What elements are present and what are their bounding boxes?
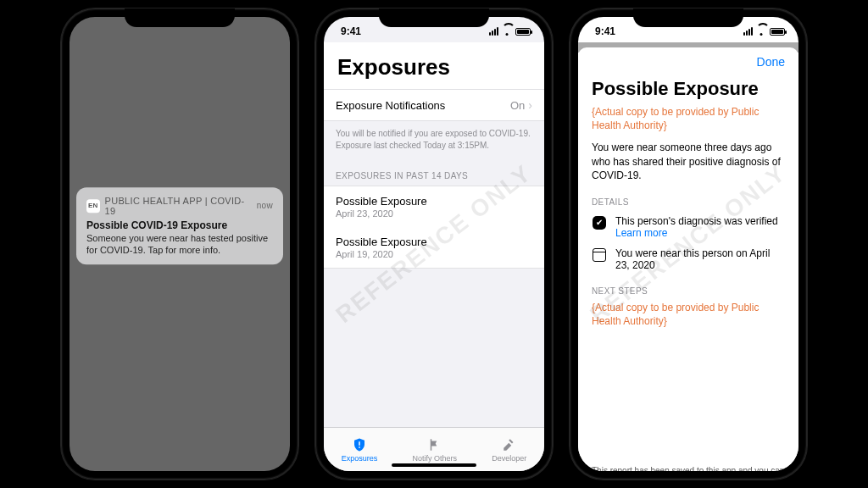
svg-rect-0 xyxy=(359,441,360,446)
detail-title: Possible Exposure xyxy=(592,78,785,100)
phone-lockscreen: EN PUBLIC HEALTH APP | COVID-19 now Poss… xyxy=(61,8,298,480)
notch xyxy=(633,8,743,27)
exposure-notifications-row[interactable]: Exposure Notifications On › xyxy=(324,89,544,121)
phone-exposure-detail: 9:41 Done Possible Exposure {Actual copy… xyxy=(570,8,807,480)
battery-icon xyxy=(770,28,785,36)
tab-label: Exposures xyxy=(342,454,378,463)
notification-title: Possible COVID-19 Exposure xyxy=(86,219,273,231)
signal-bars-icon xyxy=(743,27,753,36)
detail-date-text: You were near this person on April 23, 2… xyxy=(615,247,785,271)
status-time: 9:41 xyxy=(341,25,361,37)
exposure-detail-screen: 9:41 Done Possible Exposure {Actual copy… xyxy=(578,17,798,471)
done-button[interactable]: Done xyxy=(757,55,785,69)
chevron-right-icon: › xyxy=(528,98,532,112)
exposure-list: Possible Exposure April 23, 2020 Possibl… xyxy=(324,186,544,269)
calendar-icon xyxy=(593,248,606,262)
shield-alert-icon xyxy=(352,437,367,452)
exposure-list-item[interactable]: Possible Exposure April 23, 2020 xyxy=(324,186,544,228)
tab-exposures[interactable]: Exposures xyxy=(342,437,378,463)
notch xyxy=(125,8,235,27)
home-indicator xyxy=(392,463,476,467)
notification-header: EN PUBLIC HEALTH APP | COVID-19 now xyxy=(86,196,273,216)
modal-sheet: Done Possible Exposure {Actual copy to b… xyxy=(578,47,798,471)
hammer-icon xyxy=(502,437,517,452)
verified-badge-icon: ✔ xyxy=(593,216,606,230)
row-value: On › xyxy=(510,98,532,112)
learn-more-link[interactable]: Learn more xyxy=(615,227,778,239)
tab-developer[interactable]: Developer xyxy=(492,437,526,463)
wifi-icon xyxy=(756,26,766,36)
detail-date-row: You were near this person on April 23, 2… xyxy=(592,247,785,271)
section-header-details: DETAILS xyxy=(592,197,785,207)
list-item-date: April 19, 2020 xyxy=(336,249,393,259)
tab-label: Developer xyxy=(492,454,526,463)
saved-note: This report has been saved to this app a… xyxy=(592,455,785,471)
placeholder-copy-next: {Actual copy to be provided by Public He… xyxy=(592,301,785,328)
page-title: Exposures xyxy=(324,42,544,89)
exposures-screen: 9:41 Exposures Exposure Notifications On… xyxy=(324,17,544,471)
detail-verified-row: ✔ This person's diagnosis was verified L… xyxy=(592,215,785,239)
svg-rect-1 xyxy=(359,446,360,448)
lock-screen: EN PUBLIC HEALTH APP | COVID-19 now Poss… xyxy=(70,17,290,471)
status-time: 9:41 xyxy=(595,25,615,37)
list-item-title: Possible Exposure xyxy=(336,236,427,248)
detail-body: You were near someone three days ago who… xyxy=(592,141,785,182)
notification-app-name: PUBLIC HEALTH APP | COVID-19 xyxy=(105,196,252,216)
section-header-past-14: EXPOSURES IN PAST 14 DAYS xyxy=(324,158,544,186)
push-notification[interactable]: EN PUBLIC HEALTH APP | COVID-19 now Poss… xyxy=(76,187,283,265)
wifi-icon xyxy=(502,26,512,36)
exposure-list-item[interactable]: Possible Exposure April 19, 2020 xyxy=(324,227,544,269)
tab-label: Notify Others xyxy=(412,454,457,463)
section-header-next-steps: NEXT STEPS xyxy=(592,286,785,296)
notification-body: Someone you were near has tested positiv… xyxy=(86,232,273,257)
notification-app-icon: EN xyxy=(86,199,100,213)
notification-timestamp: now xyxy=(257,201,273,210)
notch xyxy=(379,8,489,27)
list-item-title: Possible Exposure xyxy=(336,195,427,208)
placeholder-copy-top: {Actual copy to be provided by Public He… xyxy=(592,105,785,132)
tab-notify-others[interactable]: Notify Others xyxy=(412,437,457,463)
row-label: Exposure Notifications xyxy=(336,99,445,112)
list-item-date: April 23, 2020 xyxy=(336,208,393,219)
flag-icon xyxy=(427,437,442,452)
signal-bars-icon xyxy=(489,27,498,36)
phone-exposures-list: 9:41 Exposures Exposure Notifications On… xyxy=(315,8,553,480)
detail-verified-text: This person's diagnosis was verified xyxy=(615,215,778,227)
battery-icon xyxy=(515,28,531,36)
row-value-text: On xyxy=(510,99,525,112)
notification-explainer: You will be notified if you are exposed … xyxy=(324,121,544,158)
